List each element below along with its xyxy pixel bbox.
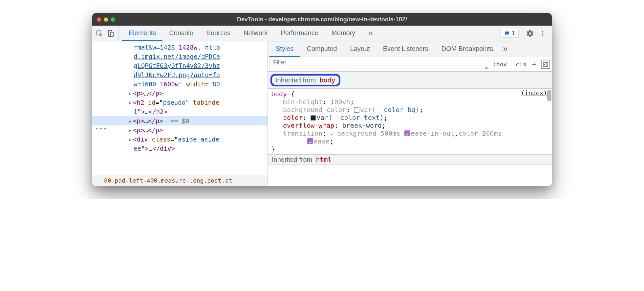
issues-button[interactable]: 1	[500, 29, 519, 38]
css-declaration[interactable]: color: var(--color-text);	[271, 114, 548, 122]
toggle-sidebar-icon[interactable]	[541, 60, 550, 69]
close-window-button[interactable]	[97, 17, 101, 22]
css-declaration[interactable]: transition: ▸ background 500ms ease-in-o…	[271, 129, 548, 137]
dom-text-line[interactable]: w=1600 1600w" width="80	[122, 79, 268, 89]
zoom-window-button[interactable]	[111, 17, 115, 22]
gutter-overflow-icon[interactable]: •••	[95, 124, 108, 133]
rule-source-link[interactable]: (index)	[521, 89, 547, 97]
tab-network[interactable]: Network	[237, 26, 274, 41]
breadcrumb-overflow-right[interactable]: …	[232, 177, 242, 184]
dom-breadcrumb[interactable]: … 00.pad-left-400.measure-long.post.st …	[92, 175, 268, 186]
tab-elements[interactable]: Elements	[122, 26, 162, 41]
new-style-rule-button[interactable]: +	[529, 59, 539, 69]
dom-node-div[interactable]: ▸<div class="aside aside	[122, 135, 268, 144]
inherited-source-element[interactable]: html	[316, 156, 332, 164]
window-controls	[97, 17, 115, 22]
dom-node-selected[interactable]: ▸<p>…</p> == $0	[92, 116, 268, 125]
css-declaration[interactable]: min-height: 100vh;	[271, 98, 548, 106]
window-titlebar: DevTools - developer.chrome.com/blog/new…	[92, 13, 552, 26]
dom-text-line[interactable]: gLQPGtEG3y0fTn4v82/3vhz	[122, 61, 268, 70]
subtab-styles[interactable]: Styles	[269, 41, 300, 57]
devtools-window: DevTools - developer.chrome.com/blog/new…	[92, 13, 552, 186]
inherited-from-header[interactable]: Inherited from html	[268, 154, 552, 165]
dom-node-p[interactable]: ▸<p>…</p>	[122, 125, 268, 135]
tab-sources[interactable]: Sources	[200, 26, 237, 41]
color-swatch-icon[interactable]	[311, 115, 316, 121]
styles-filter-bar: Filter :hov .cls +	[268, 57, 552, 72]
svg-point-5	[542, 35, 543, 36]
inherited-from-header[interactable]: Inherited from body	[268, 72, 552, 89]
dom-node-h2-cont[interactable]: 1">…</h2>	[122, 107, 268, 116]
subtab-computed[interactable]: Computed	[300, 41, 343, 57]
inspect-element-icon[interactable]	[95, 29, 104, 38]
tab-console[interactable]: Console	[162, 26, 200, 41]
toggle-hov-button[interactable]: :hov	[490, 61, 509, 68]
tab-performance[interactable]: Performance	[274, 26, 325, 41]
dom-node-h2[interactable]: ▸<h2 id="pseudo" tabinde	[122, 98, 268, 107]
dom-tree[interactable]: ••• rmat&w=1428 1428w, http d.imgix.net/…	[92, 41, 268, 175]
toggle-cls-button[interactable]: .cls	[509, 61, 529, 68]
css-declaration[interactable]: overflow-wrap: break-word;	[271, 122, 548, 129]
breadcrumb-overflow-left[interactable]: …	[94, 177, 104, 184]
bezier-editor-icon[interactable]	[307, 138, 313, 144]
issues-count: 1	[512, 30, 515, 37]
breadcrumb-path[interactable]: 00.pad-left-400.measure-long.post.st	[104, 177, 232, 184]
subtab-layout[interactable]: Layout	[344, 41, 376, 57]
tab-memory[interactable]: Memory	[325, 26, 362, 41]
bezier-editor-icon[interactable]	[404, 130, 410, 136]
main-tabs: Elements Console Sources Network Perform…	[119, 26, 498, 41]
svg-point-3	[542, 31, 543, 32]
more-subtabs-icon[interactable]: »	[500, 41, 511, 57]
color-swatch-icon[interactable]	[354, 107, 359, 113]
styles-subtabs: Styles Computed Layout Event Listeners D…	[268, 41, 552, 57]
css-rule[interactable]: (index) body { min-height: 100vh; backgr…	[268, 89, 552, 154]
main-toolbar: Elements Console Sources Network Perform…	[92, 26, 552, 41]
rule-selector[interactable]: body	[271, 90, 287, 98]
subtab-dom-breakpoints[interactable]: DOM Breakpoints	[435, 41, 500, 57]
subtab-event-listeners[interactable]: Event Listeners	[376, 41, 435, 57]
css-declaration[interactable]: background-color: var(--color-bg);	[271, 106, 548, 114]
dom-text-line[interactable]: d9lJKcYw2FU.png?auto=fo	[122, 70, 268, 79]
css-declaration-cont[interactable]: ease;	[271, 137, 548, 145]
inherited-source-element[interactable]: body	[320, 76, 335, 84]
svg-point-4	[542, 33, 543, 34]
styles-filter-input[interactable]: Filter	[269, 59, 488, 70]
dom-node-p[interactable]: ▸<p>…</p>	[122, 89, 268, 98]
device-toolbar-icon[interactable]	[106, 29, 115, 38]
dom-text-line[interactable]: d.imgix.net/image/dPDCe	[122, 52, 268, 61]
minimize-window-button[interactable]	[104, 17, 108, 22]
kebab-menu-icon[interactable]	[538, 29, 547, 38]
issues-icon	[504, 31, 510, 36]
dom-text-line[interactable]: rmat&w=1428 1428w, http	[122, 43, 268, 52]
svg-rect-2	[111, 32, 113, 36]
dom-node-div-cont[interactable]: ee">…</div>	[122, 144, 268, 153]
styles-pane: Styles Computed Layout Event Listeners D…	[268, 41, 552, 186]
styles-rules: Inherited from body (index) body { min-h…	[268, 72, 552, 186]
more-tabs-icon[interactable]: »	[362, 26, 379, 41]
highlight-annotation: Inherited from body	[270, 74, 340, 86]
settings-icon[interactable]	[526, 29, 535, 38]
window-title: DevTools - developer.chrome.com/blog/new…	[92, 16, 552, 23]
elements-dom-pane: ••• rmat&w=1428 1428w, http d.imgix.net/…	[92, 41, 268, 186]
